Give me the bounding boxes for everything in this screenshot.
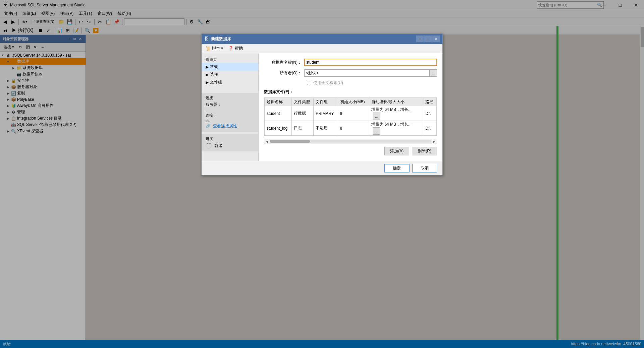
progress-status: 就绪 bbox=[214, 143, 222, 149]
scroll-left-arrow[interactable]: ◀ bbox=[264, 140, 270, 143]
ok-button[interactable]: 确定 bbox=[384, 164, 410, 172]
view-props-link[interactable]: 🔗 查看连接属性 bbox=[206, 123, 254, 129]
progress-row: 就绪 bbox=[206, 143, 254, 149]
fulltext-row: 使用全文检索(U) bbox=[264, 80, 437, 86]
db-name-input[interactable] bbox=[304, 59, 437, 66]
connect-label: 连接： bbox=[206, 113, 254, 118]
db-name-row: 数据库名称(N)： bbox=[264, 59, 437, 66]
cell-filegroup: PRIMARY bbox=[314, 106, 338, 121]
connect-value: sa bbox=[206, 119, 254, 123]
filegroups-icon: ▶ bbox=[206, 80, 209, 85]
cell-logical-name: student bbox=[265, 106, 292, 121]
table-row[interactable]: student 行数据 PRIMARY 8 增量为 64 MB，增长... ..… bbox=[265, 106, 437, 121]
dialog-body: 选择页 ▶ 常规 ▶ 选项 ▶ 文件组 连接 bbox=[202, 53, 442, 161]
add-button[interactable]: 添加(A) bbox=[384, 147, 409, 155]
cell-filegroup: 不适用 bbox=[314, 121, 338, 136]
dialog-close-button[interactable]: ✕ bbox=[432, 36, 440, 42]
cell-path: D:\ bbox=[423, 106, 437, 121]
view-props-anchor[interactable]: 查看连接属性 bbox=[213, 124, 237, 128]
scroll-thumb[interactable] bbox=[270, 140, 310, 143]
nav-filegroups-label: 文件组 bbox=[210, 79, 222, 85]
dialog-maximize-button[interactable]: □ bbox=[424, 36, 432, 42]
dialog-minimize-button[interactable]: ─ bbox=[416, 36, 424, 42]
cell-path: D:\ bbox=[423, 121, 437, 136]
table-row[interactable]: student_log 日志 不适用 8 增量为 64 MB，增长... ...… bbox=[265, 121, 437, 136]
progress-spinner bbox=[206, 143, 212, 149]
dialog-titlebar: 🗄 新建数据库 ─ □ ✕ bbox=[202, 34, 442, 44]
general-icon: ▶ bbox=[206, 65, 209, 69]
modal-overlay: 🗄 新建数据库 ─ □ ✕ 📜 脚本 ▾ ❓ 帮助 选择页 bbox=[0, 0, 644, 348]
col-initial-size: 初始大小(MB) bbox=[338, 98, 369, 106]
script-icon: 📜 bbox=[206, 46, 211, 51]
cell-initial-size: 8 bbox=[338, 106, 369, 121]
col-autogrowth: 自动增长/最大大小 bbox=[369, 98, 423, 106]
nav-options[interactable]: ▶ 选项 bbox=[202, 71, 258, 78]
row2-browse-btn[interactable]: ... bbox=[373, 127, 380, 135]
row1-browse-btn[interactable]: ... bbox=[373, 113, 380, 120]
cell-file-type: 日志 bbox=[291, 121, 314, 136]
connection-info-section: 连接 服务器： . 连接： sa 🔗 查看连接属性 bbox=[202, 93, 258, 132]
dialog-footer: 确定 取消 bbox=[202, 161, 442, 175]
owner-label: 所有者(O)： bbox=[264, 70, 304, 76]
col-logical-name: 逻辑名称 bbox=[265, 98, 292, 106]
nav-general-label: 常规 bbox=[210, 64, 218, 70]
dialog-toolbar: 📜 脚本 ▾ ❓ 帮助 bbox=[202, 44, 442, 53]
nav-options-label: 选项 bbox=[210, 72, 218, 77]
table-hscrollbar[interactable]: ◀ ▶ bbox=[264, 139, 437, 144]
server-label-text: 服务器： bbox=[206, 102, 222, 107]
help-button[interactable]: ❓ 帮助 bbox=[227, 45, 244, 52]
col-filegroup: 文件组 bbox=[314, 98, 338, 106]
cell-autogrowth: 增量为 64 MB，增长... ... bbox=[369, 121, 423, 136]
owner-browse-button[interactable]: ... bbox=[430, 69, 437, 77]
dialog-title: 新建数据库 bbox=[211, 36, 416, 42]
cell-logical-name: student_log bbox=[265, 121, 292, 136]
delete-button[interactable]: 删除(R) bbox=[412, 147, 437, 155]
new-database-dialog: 🗄 新建数据库 ─ □ ✕ 📜 脚本 ▾ ❓ 帮助 选择页 bbox=[201, 33, 443, 176]
col-file-type: 文件类型 bbox=[291, 98, 314, 106]
fulltext-checkbox[interactable] bbox=[307, 81, 311, 85]
dialog-nav: 选择页 ▶ 常规 ▶ 选项 ▶ 文件组 连接 bbox=[202, 53, 259, 161]
nav-general[interactable]: ▶ 常规 bbox=[202, 63, 258, 71]
connection-section: 连接 服务器： . 连接： sa 🔗 查看连接属性 进度 bbox=[202, 93, 258, 151]
dialog-title-buttons: ─ □ ✕ bbox=[416, 36, 440, 42]
script-button[interactable]: 📜 脚本 ▾ bbox=[204, 45, 224, 52]
db-name-label: 数据库名称(N)： bbox=[264, 60, 304, 65]
scroll-track bbox=[270, 140, 431, 143]
server-label: 服务器： bbox=[206, 102, 254, 108]
table-actions: 添加(A) 删除(R) bbox=[264, 147, 437, 155]
col-path: 路径 bbox=[423, 98, 437, 106]
scroll-right-arrow[interactable]: ▶ bbox=[431, 140, 437, 143]
select-page-title: 选择页 bbox=[202, 56, 258, 63]
owner-row: 所有者(O)： ... bbox=[264, 69, 437, 77]
files-section-title: 数据库文件(F)： bbox=[264, 89, 437, 95]
nav-filegroups[interactable]: ▶ 文件组 bbox=[202, 78, 258, 86]
files-table: 逻辑名称 文件类型 文件组 初始大小(MB) 自动增长/最大大小 路径 stud… bbox=[264, 98, 437, 136]
cell-initial-size: 8 bbox=[338, 121, 369, 136]
options-icon: ▶ bbox=[206, 72, 209, 77]
owner-input[interactable] bbox=[304, 69, 430, 77]
server-value: . bbox=[206, 108, 254, 112]
cell-file-type: 行数据 bbox=[291, 106, 314, 121]
progress-title: 进度 bbox=[206, 136, 254, 141]
cell-autogrowth: 增量为 64 MB，增长... ... bbox=[369, 106, 423, 121]
help-label: ❓ 帮助 bbox=[228, 46, 243, 51]
owner-input-group: ... bbox=[304, 69, 437, 77]
dialog-icon: 🗄 bbox=[204, 36, 209, 42]
fulltext-label: 使用全文检索(U) bbox=[313, 80, 343, 86]
files-table-container: 逻辑名称 文件类型 文件组 初始大小(MB) 自动增长/最大大小 路径 stud… bbox=[264, 97, 437, 136]
dialog-content: 数据库名称(N)： 所有者(O)： ... 使用全文检索(U) bbox=[259, 53, 442, 161]
connection-title: 连接 bbox=[206, 95, 254, 100]
cancel-button[interactable]: 取消 bbox=[412, 164, 437, 172]
script-label: 脚本 ▾ bbox=[212, 46, 223, 51]
progress-section: 进度 就绪 bbox=[202, 134, 258, 151]
connection-icon: 🔗 bbox=[206, 124, 211, 128]
